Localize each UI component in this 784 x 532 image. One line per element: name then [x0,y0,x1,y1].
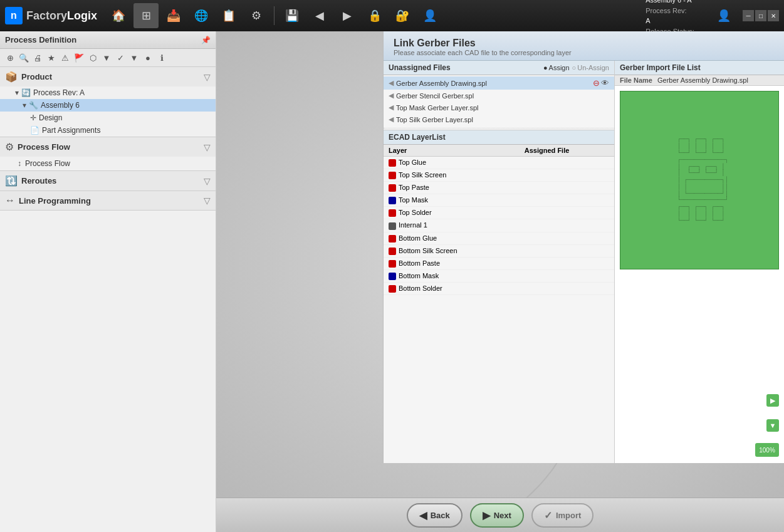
design-item[interactable]: ✛ Design [0,112,216,124]
ecad-layer-name-8: Bottom Paste [384,257,520,269]
assign-button[interactable]: ● Assign [543,64,570,71]
assembly-item[interactable]: ▾ 🔧 Assembly 6 [0,99,216,112]
add-icon[interactable]: ⊕ [4,51,16,64]
ecad-row-9[interactable]: Bottom Mask [384,269,614,282]
warning-icon[interactable]: ⚠ [59,51,71,64]
part-assignments-item[interactable]: 📄 Part Assignments [0,124,216,137]
print-icon[interactable]: 🖨 [31,51,44,64]
minimize-button[interactable]: ─ [743,10,754,21]
reroutes-section: 🔃 Reroutes ▽ [0,171,216,191]
ecad-layer-assigned-6 [520,232,614,244]
reroutes-label: Reroutes [21,176,200,185]
line-prog-icon: ↔ [5,195,15,206]
inbox-button[interactable]: 📥 [161,3,186,28]
next-btn-label: Next [494,511,511,520]
ecad-row-5[interactable]: Internal 1 [384,219,614,232]
table-button[interactable]: 📋 [216,3,241,28]
search-icon[interactable]: 🔍 [18,51,30,64]
window-controls: ─ □ ✕ [743,10,779,21]
ecad-row-6[interactable]: Bottom Glue [384,232,614,244]
info-icon[interactable]: ℹ [155,51,168,64]
ecad-layer-assigned-0 [520,157,614,169]
ecad-col-layer: Layer [384,145,520,157]
file-item-2[interactable]: ◀ Top Mask Gerber Layer.spl [384,102,614,113]
back-btn-icon: ◀ [419,509,427,521]
line-prog-arrow-icon: ▽ [204,196,211,206]
check-icon[interactable]: ✓ [114,51,127,64]
star-icon[interactable]: ★ [45,51,58,64]
ecad-table: Layer Assigned File Top Glue Top Silk Sc… [384,145,614,295]
file-name-3: Top Silk Gerber Layer.spl [396,116,609,123]
file-name-0: Gerber Assembly Drawing.spl [396,80,590,87]
ecad-layer-assigned-10 [520,282,614,295]
file-icon-3: ◀ [389,115,394,123]
gerber-file-col: File Name [620,76,652,84]
pin-icon: 📌 [201,36,211,44]
ecad-row-1[interactable]: Top Silk Screen [384,169,614,182]
circle-icon[interactable]: ● [142,51,154,64]
lock-button[interactable]: 🔒 [362,3,387,28]
eye-file-0-icon[interactable]: 👁 [601,78,609,88]
import-btn-icon: ✓ [544,509,552,521]
ecad-layer-assigned-5 [520,219,614,232]
product-label: Product [21,72,200,81]
next-action-button[interactable]: ▶ Next [470,503,524,528]
back-action-button[interactable]: ◀ Back [407,503,463,528]
forward-button[interactable]: ▶ [335,3,360,28]
dialog-title: Link Gerber Files [394,38,774,49]
file-item-0[interactable]: ◀ Gerber Assembly Drawing.spl ⊖ 👁 [384,76,614,90]
process-flow-section-header[interactable]: ⚙ Process Flow ▽ [0,137,216,157]
globe-button[interactable]: 🌐 [189,3,214,28]
process-flow-item[interactable]: ↕ Process Flow [0,157,216,170]
gerber-zoom-icon[interactable]: 100% [755,443,779,457]
flag-icon[interactable]: 🚩 [73,51,85,64]
dropdown-icon[interactable]: ▼ [100,51,113,64]
ecad-row-2[interactable]: Top Paste [384,182,614,194]
process-flow-icon: ⚙ [5,141,14,153]
product-section-header[interactable]: 📦 Product ▽ [0,67,216,86]
person-add-button[interactable]: 👤 [417,3,442,28]
process-rev-item[interactable]: ▾ 🔄 Process Rev: A [0,86,216,99]
ecad-row-0[interactable]: Top Glue [384,157,614,169]
reroutes-section-header[interactable]: 🔃 Reroutes ▽ [0,171,216,190]
layers-icon[interactable]: ⬡ [86,51,99,64]
ecad-tbody: Top Glue Top Silk Screen Top Paste Top M… [384,157,614,295]
ecad-row-7[interactable]: Bottom Silk Screen [384,244,614,257]
ecad-col-assigned: Assigned File [520,145,614,157]
grid-button[interactable]: ⊞ [133,3,159,28]
file-name-2: Top Mask Gerber Layer.spl [396,104,609,112]
ecad-row-10[interactable]: Bottom Solder [384,282,614,295]
bottom-toolbar: ◀ Back ▶ Next ✓ Import [216,498,784,532]
gerber-file-value: Gerber Assembly Drawing.spl [657,76,748,84]
gerber-nav-down-icon[interactable]: ▼ [766,419,779,432]
ecad-row-3[interactable]: Top Mask [384,194,614,207]
pf-arrow-icon: ↕ [18,159,21,168]
settings-button[interactable]: ⚙ [244,3,269,28]
process-flow-item-label: Process Flow [25,159,70,168]
dropdown2-icon[interactable]: ▼ [128,51,140,64]
ecad-layer-name-2: Top Paste [384,182,520,194]
dialog-header: Link Gerber Files Please associate each … [384,31,784,61]
ecad-row-8[interactable]: Bottom Paste [384,257,614,269]
user-button[interactable]: 👤 [711,3,736,28]
unassign-button[interactable]: ○ Un-Assign [572,64,609,71]
home-button[interactable]: 🏠 [106,3,131,28]
maximize-button[interactable]: □ [755,10,766,21]
ecad-row-4[interactable]: Top Solder [384,207,614,219]
content-area: Load Design Files 📄 Set Gerber Options 📄… [216,31,784,532]
close-button[interactable]: ✕ [768,10,779,21]
file-item-1[interactable]: ◀ Gerber Stencil Gerber.spl [384,90,614,102]
lock2-button[interactable]: 🔐 [390,3,415,28]
line-programming-section: ↔ Line Programming ▽ [0,191,216,211]
ecad-layer-assigned-1 [520,169,614,182]
ecad-layer-name-1: Top Silk Screen [384,169,520,182]
save-button[interactable]: 💾 [280,3,305,28]
rev-icon: 🔄 [21,88,31,97]
file-item-3[interactable]: ◀ Top Silk Gerber Layer.spl [384,113,614,125]
gerber-import-panel: Gerber Import File List File Name Gerber… [615,61,784,463]
back-button[interactable]: ◀ [307,3,332,28]
gerber-nav-right-icon[interactable]: ▶ [766,394,779,407]
line-programming-section-header[interactable]: ↔ Line Programming ▽ [0,191,216,210]
import-action-button[interactable]: ✓ Import [531,503,593,528]
remove-file-0-icon[interactable]: ⊖ [593,78,600,88]
